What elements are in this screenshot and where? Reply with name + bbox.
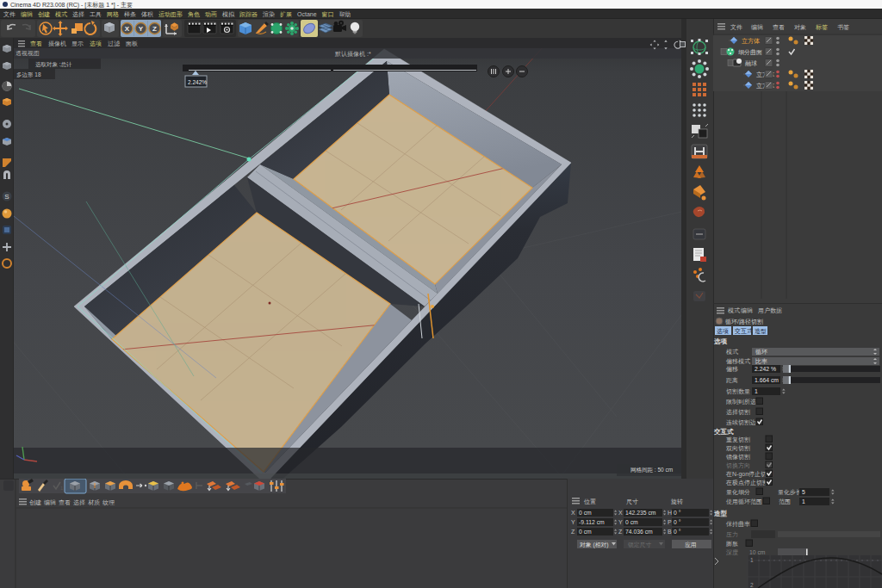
svg-text:74.036 cm: 74.036 cm — [625, 529, 653, 535]
svg-text:0 cm: 0 cm — [579, 529, 592, 535]
svg-text:2.242%: 2.242% — [188, 79, 207, 85]
svg-text:Z: Z — [152, 25, 157, 33]
svg-text:对象: 对象 — [794, 24, 806, 30]
svg-text:比率: 比率 — [755, 358, 767, 364]
svg-text:Y: Y — [571, 519, 575, 525]
svg-text:0 °: 0 ° — [674, 529, 681, 535]
svg-text:选项: 选项 — [90, 40, 102, 47]
svg-text:切换方向: 切换方向 — [726, 461, 750, 469]
svg-text:连续切割边: 连续切割边 — [726, 419, 756, 426]
svg-text:融球: 融球 — [745, 60, 757, 67]
svg-text:使用循环范围: 使用循环范围 — [726, 498, 762, 505]
svg-text:透视视图: 透视视图 — [16, 50, 40, 57]
svg-text:显示: 显示 — [71, 40, 84, 47]
svg-text:2: 2 — [750, 582, 754, 588]
svg-text:选取对象 :总计: 选取对象 :总计 — [35, 61, 72, 68]
svg-text:切割数量: 切割数量 — [726, 388, 750, 395]
svg-text:量化步长: 量化步长 — [778, 489, 802, 496]
svg-text:Z: Z — [571, 529, 575, 535]
svg-text:位置: 位置 — [584, 498, 596, 504]
svg-text:量化细分: 量化细分 — [726, 489, 750, 496]
svg-text:偏移: 偏移 — [726, 366, 738, 373]
svg-text:-9.112 cm: -9.112 cm — [579, 519, 605, 525]
svg-text:用户数据: 用户数据 — [758, 307, 782, 314]
svg-text:编辑: 编辑 — [741, 307, 753, 313]
svg-text:面板: 面板 — [125, 40, 138, 47]
svg-text:网格间距 : 50 cm: 网格间距 : 50 cm — [630, 467, 673, 473]
svg-text:Y: Y — [618, 519, 623, 525]
svg-text:查看: 查看 — [59, 499, 71, 505]
svg-text:2.242 %: 2.242 % — [755, 366, 776, 372]
svg-text:X: X — [618, 510, 623, 516]
svg-text:交互式: 交互式 — [713, 428, 734, 436]
svg-text:交互式: 交互式 — [734, 328, 753, 334]
svg-text:142.235 cm: 142.235 cm — [625, 510, 656, 516]
svg-text:立方体: 立方体 — [742, 37, 760, 45]
svg-text:编辑: 编辑 — [44, 499, 56, 505]
svg-text:尺寸: 尺寸 — [626, 498, 638, 505]
svg-text:选项: 选项 — [717, 328, 729, 335]
svg-text:查看: 查看 — [30, 40, 42, 46]
svg-text:5: 5 — [802, 489, 805, 495]
svg-text:摄像机: 摄像机 — [48, 40, 66, 47]
svg-text:在极点停止切割: 在极点停止切割 — [725, 480, 768, 486]
svg-text:S: S — [4, 193, 9, 201]
svg-text:造型: 造型 — [755, 328, 767, 335]
svg-text:细分曲面: 细分曲面 — [738, 49, 762, 56]
svg-text:膨胀: 膨胀 — [725, 541, 738, 548]
svg-text:标签: 标签 — [815, 24, 828, 31]
svg-text:对象 (相对): 对象 (相对) — [580, 542, 609, 548]
svg-text:过滤: 过滤 — [108, 40, 121, 47]
svg-text:双向切割: 双向切割 — [726, 445, 750, 452]
svg-text:创建: 创建 — [29, 499, 41, 506]
svg-text:文件: 文件 — [730, 23, 742, 31]
svg-text:默认摄像机 :*: 默认摄像机 :* — [334, 51, 371, 58]
svg-text:X: X — [571, 510, 575, 516]
svg-text:1: 1 — [802, 498, 805, 504]
svg-text:查看: 查看 — [773, 24, 785, 30]
svg-text:0 °: 0 ° — [674, 510, 681, 516]
svg-text:镜像切割: 镜像切割 — [725, 454, 750, 461]
svg-text:0 cm: 0 cm — [625, 519, 638, 525]
svg-text:材质: 材质 — [88, 499, 100, 506]
svg-text:0 °: 0 ° — [674, 519, 681, 525]
svg-text:深度: 深度 — [726, 549, 738, 556]
svg-text:模式: 模式 — [726, 349, 738, 356]
svg-text:X: X — [125, 25, 130, 33]
svg-text:保持曲率: 保持曲率 — [726, 521, 750, 528]
svg-text:选择切割: 选择切割 — [726, 409, 750, 416]
svg-text:造型: 造型 — [713, 510, 728, 517]
svg-text:压力: 压力 — [726, 531, 738, 537]
svg-text:Y: Y — [139, 25, 144, 33]
svg-text:书签: 书签 — [837, 24, 849, 31]
svg-text:重复切割: 重复切割 — [726, 436, 750, 443]
svg-text:H: H — [668, 510, 672, 516]
svg-text:模式: 模式 — [728, 307, 740, 314]
svg-text:P: P — [668, 519, 672, 525]
svg-text:编辑: 编辑 — [751, 24, 763, 30]
svg-text:1: 1 — [755, 388, 758, 394]
svg-text:锁定尺寸: 锁定尺寸 — [627, 542, 651, 548]
svg-text:循环: 循环 — [755, 349, 767, 356]
svg-text:纹理: 纹理 — [102, 499, 115, 506]
svg-text:选项: 选项 — [713, 337, 728, 345]
svg-text:应用: 应用 — [685, 542, 697, 548]
svg-text:距离: 距离 — [726, 377, 738, 383]
svg-text:10 cm: 10 cm — [749, 549, 766, 555]
svg-text:循环/路径切割: 循环/路径切割 — [725, 319, 763, 325]
svg-text:范围: 范围 — [779, 498, 791, 505]
svg-text:Z: Z — [618, 529, 623, 535]
svg-text:选择: 选择 — [73, 499, 85, 506]
svg-text:多边形 18: 多边形 18 — [16, 71, 41, 78]
svg-text:1.664 cm: 1.664 cm — [755, 377, 779, 383]
svg-text:限制到所选: 限制到所选 — [726, 399, 756, 405]
svg-text:1: 1 — [750, 557, 754, 563]
svg-text:B: B — [668, 529, 672, 535]
svg-text:旋转: 旋转 — [671, 498, 683, 505]
svg-text:0 cm: 0 cm — [579, 510, 592, 516]
svg-text:偏移模式: 偏移模式 — [726, 358, 750, 365]
